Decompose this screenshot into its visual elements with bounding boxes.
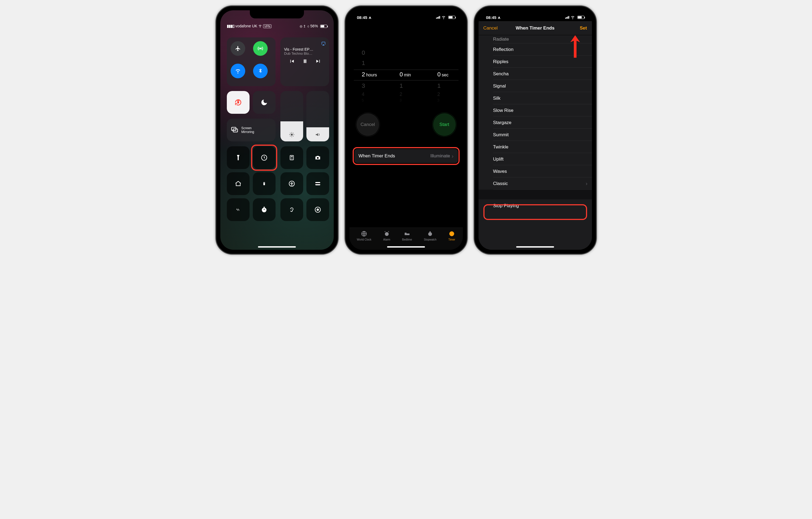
apple-tv-remote-button[interactable] xyxy=(253,172,276,195)
tab-label: World Clock xyxy=(357,238,371,241)
ringtone-option[interactable]: Uplift xyxy=(478,153,592,165)
modal-nav-bar: Cancel When Timer Ends Set xyxy=(478,21,592,35)
accessibility-button[interactable] xyxy=(281,172,303,195)
ringtone-option[interactable]: Ripples xyxy=(478,56,592,68)
tab-label: Bedtime xyxy=(402,238,412,241)
ringtone-option[interactable]: Slow Rise xyxy=(478,104,592,116)
start-button[interactable]: Start xyxy=(433,113,456,136)
do-not-disturb-toggle[interactable] xyxy=(253,91,276,114)
calculator-button[interactable] xyxy=(281,146,303,169)
cancel-button[interactable]: Cancel xyxy=(478,21,503,35)
seconds-column[interactable]: 0sec 1 2 3 xyxy=(425,43,463,102)
flashlight-button[interactable] xyxy=(227,146,250,169)
picker-value: 2 xyxy=(387,91,425,97)
media-subtitle: Dub Techno Blo… xyxy=(284,52,326,56)
time-picker[interactable]: 0 1 2hours 3 4 5 0min 1 2 3 0sec 1 2 3 xyxy=(349,43,463,102)
svg-rect-22 xyxy=(263,207,264,208)
ringtone-option[interactable]: Silk xyxy=(478,92,592,104)
when-timer-ends-screen: 08:45 Cancel When Timer Ends Set Radia xyxy=(478,10,592,250)
screen-record-button[interactable] xyxy=(307,198,329,221)
svg-point-9 xyxy=(291,158,292,158)
classic-option[interactable]: Classic › xyxy=(478,177,592,190)
volume-slider[interactable] xyxy=(307,91,329,141)
vpn-badge: VPN xyxy=(263,24,271,28)
status-right: ◎ ↥ ♫ 56% xyxy=(300,24,327,28)
svg-point-21 xyxy=(262,208,266,212)
svg-point-8 xyxy=(291,158,291,158)
ringtone-option[interactable]: Summit xyxy=(478,129,592,141)
airplane-mode-toggle[interactable] xyxy=(231,41,245,56)
picker-value: 3 xyxy=(387,98,425,102)
pause-button[interactable] xyxy=(302,58,308,65)
brightness-slider[interactable] xyxy=(281,91,303,141)
set-button[interactable]: Set xyxy=(575,21,592,35)
timer-screen: 08:45 0 1 2hours 3 4 5 0min 1 2 3 xyxy=(349,10,463,250)
home-indicator[interactable] xyxy=(516,246,554,248)
tab-world-clock[interactable]: World Clock xyxy=(357,230,371,241)
airplay-icon[interactable] xyxy=(321,41,326,47)
notch xyxy=(508,10,562,19)
svg-rect-1 xyxy=(237,101,239,104)
cancel-button[interactable]: Cancel xyxy=(356,113,379,136)
wifi-toggle[interactable] xyxy=(231,64,245,78)
media-transport xyxy=(289,58,321,65)
svg-rect-29 xyxy=(405,233,407,234)
wallet-button[interactable] xyxy=(307,172,329,195)
svg-rect-7 xyxy=(291,156,293,157)
svg-point-14 xyxy=(317,157,319,159)
screen-mirroring-button[interactable]: Screen Mirroring xyxy=(227,119,276,141)
bluetooth-toggle[interactable] xyxy=(253,64,268,78)
seconds-selected: 0sec xyxy=(425,71,463,78)
ringtone-option[interactable]: Twinkle xyxy=(478,141,592,153)
orientation-lock-toggle[interactable] xyxy=(227,91,250,114)
picker-value: 1 xyxy=(349,60,387,66)
wifi-icon xyxy=(258,24,263,28)
connectivity-tile[interactable] xyxy=(227,37,276,86)
tab-stopwatch[interactable]: Stopwatch xyxy=(424,230,437,241)
seconds-label: sec xyxy=(442,73,448,77)
ringtone-option[interactable]: Signal xyxy=(478,80,592,92)
tab-alarm[interactable]: Alarm xyxy=(383,230,390,241)
home-button[interactable] xyxy=(227,172,250,195)
ringtone-option[interactable]: Stargaze xyxy=(478,116,592,129)
tab-timer[interactable]: Timer xyxy=(448,230,455,241)
svg-point-4 xyxy=(291,134,293,135)
svg-point-12 xyxy=(291,159,292,159)
picker-value: 4 xyxy=(349,91,387,97)
picker-value: 5 xyxy=(349,98,387,102)
svg-point-0 xyxy=(260,48,261,49)
home-indicator[interactable] xyxy=(258,246,296,248)
svg-point-11 xyxy=(291,159,291,159)
highlight-when-timer-ends xyxy=(353,147,460,165)
stopwatch-button[interactable] xyxy=(253,198,276,221)
sound-recognition-button[interactable] xyxy=(227,198,250,221)
picker-value: 3 xyxy=(349,82,387,89)
hearing-button[interactable] xyxy=(281,198,303,221)
highlight-stop-playing xyxy=(484,204,587,220)
notch xyxy=(379,10,433,19)
prev-track-button[interactable] xyxy=(289,58,295,65)
svg-point-10 xyxy=(292,158,293,158)
control-center-status-bar: ▮▮▮▯ vodafone UK VPN ◎ ↥ ♫ 56% xyxy=(220,24,334,28)
control-center-grid: Vis - Forest EP… Dub Techno Blo… Screen … xyxy=(227,37,327,244)
highlight-timer-tile xyxy=(251,145,277,171)
battery-icon xyxy=(320,25,327,28)
tab-bedtime[interactable]: Bedtime xyxy=(402,230,412,241)
now-playing-tile[interactable]: Vis - Forest EP… Dub Techno Blo… xyxy=(281,37,329,86)
ringtone-option[interactable]: Waves xyxy=(478,165,592,177)
cellular-data-toggle[interactable] xyxy=(253,41,268,56)
hours-column[interactable]: 0 1 2hours 3 4 5 xyxy=(349,43,387,102)
camera-button[interactable] xyxy=(307,146,329,169)
tab-label: Stopwatch xyxy=(424,238,437,241)
ringtone-option[interactable]: Sencha xyxy=(478,68,592,80)
ringtone-option-cut[interactable]: Radiate xyxy=(478,35,592,43)
battery-icon xyxy=(577,16,584,19)
svg-point-23 xyxy=(291,209,292,209)
ringtone-option[interactable]: Reflection xyxy=(478,43,592,56)
home-indicator[interactable] xyxy=(387,246,425,248)
minutes-column[interactable]: 0min 1 2 3 xyxy=(387,43,425,102)
next-track-button[interactable] xyxy=(315,58,321,65)
notch xyxy=(250,10,304,19)
picker-value: 3 xyxy=(425,98,463,102)
status-left: ▮▮▮▯ vodafone UK VPN xyxy=(227,24,271,28)
